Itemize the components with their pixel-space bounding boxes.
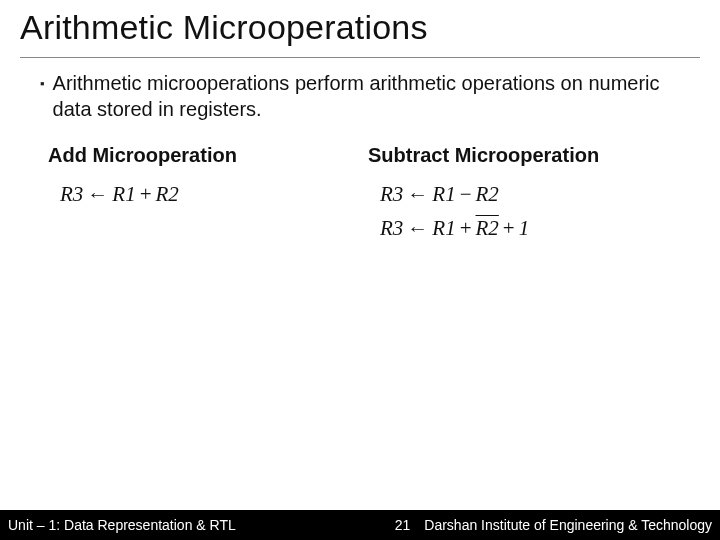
minus-op: − (456, 182, 476, 206)
bullet-text: Arithmetic microoperations perform arith… (53, 70, 680, 122)
slide: Arithmetic Microoperations ▪ Arithmetic … (0, 0, 720, 540)
footer-page: 21 (381, 517, 425, 533)
plus-op: + (136, 182, 156, 206)
add-title: Add Microoperation (40, 144, 360, 167)
eq-lhs: R3 (60, 182, 83, 206)
footer-org: Darshan Institute of Engineering & Techn… (424, 517, 720, 533)
add-equation: R3←R1+R2 (40, 177, 360, 211)
eq-lhs: R3 (380, 182, 403, 206)
sub-title: Subtract Microoperation (360, 144, 680, 167)
plus-op: + (456, 216, 476, 240)
bullet-item: ▪ Arithmetic microoperations perform ari… (40, 70, 680, 122)
page-title: Arithmetic Microoperations (20, 8, 700, 47)
sub-equation-2: R3←R1+R2+1 (360, 211, 680, 245)
footer-unit: Unit – 1: Data Representation & RTL (0, 517, 236, 533)
eq-r2-complement: R2 (476, 216, 499, 240)
arrow-icon: ← (403, 216, 432, 240)
bullet-marker-icon: ▪ (40, 72, 45, 96)
body: ▪ Arithmetic microoperations perform ari… (0, 58, 720, 245)
column-add: Add Microoperation R3←R1+R2 (40, 144, 360, 245)
arrow-icon: ← (403, 182, 432, 206)
eq-one: 1 (519, 216, 530, 240)
two-columns: Add Microoperation R3←R1+R2 Subtract Mic… (40, 144, 680, 245)
sub-equation-1: R3←R1−R2 (360, 177, 680, 211)
arrow-icon: ← (83, 182, 112, 206)
title-wrap: Arithmetic Microoperations (0, 0, 720, 53)
plus-op: + (499, 216, 519, 240)
eq-lhs: R3 (380, 216, 403, 240)
column-subtract: Subtract Microoperation R3←R1−R2 R3←R1+R… (360, 144, 680, 245)
eq-r1: R1 (432, 216, 455, 240)
eq-r2: R2 (156, 182, 179, 206)
eq-r2: R2 (476, 182, 499, 206)
eq-r1: R1 (432, 182, 455, 206)
footer: Unit – 1: Data Representation & RTL 21 D… (0, 510, 720, 540)
eq-r1: R1 (112, 182, 135, 206)
